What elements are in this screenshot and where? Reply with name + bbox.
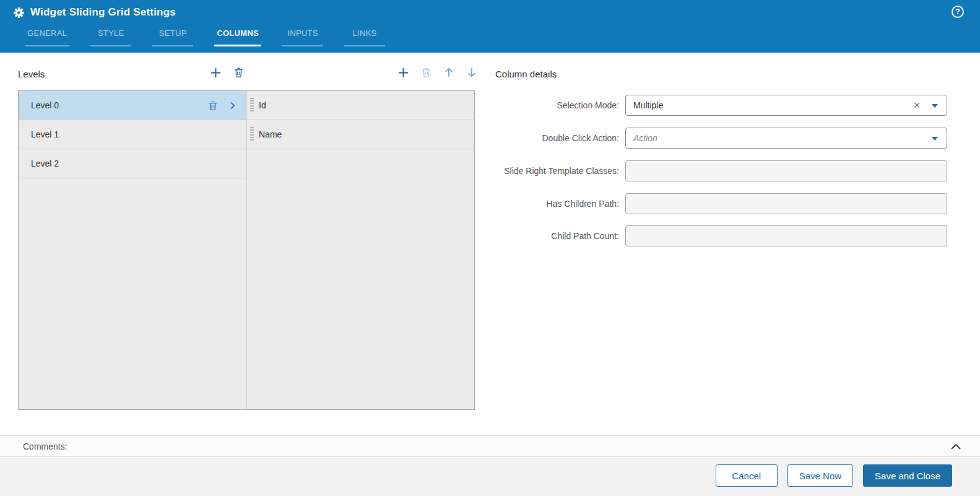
tab-bar: GENERAL STYLE SETUP COLUMNS INPUTS LINKS (25, 28, 385, 46)
selection-mode-label: Selection Mode: (495, 100, 625, 110)
drag-handle-icon[interactable] (250, 98, 254, 113)
move-down-icon[interactable] (465, 66, 479, 79)
chevron-up-icon[interactable] (950, 443, 961, 450)
level-row-1[interactable]: Level 1 (19, 120, 246, 149)
level-row-2[interactable]: Level 2 (19, 149, 246, 178)
levels-list: Level 0 Level 1 Level 2 (19, 91, 246, 409)
slide-right-template-classes-field (625, 160, 947, 181)
has-children-path-input[interactable] (626, 194, 947, 214)
has-children-path-field (625, 193, 947, 214)
column-details-heading: Column details (495, 69, 557, 79)
move-up-icon[interactable] (442, 66, 456, 79)
child-path-count-field (625, 225, 947, 246)
help-icon[interactable]: ? (952, 6, 964, 18)
child-path-count-input[interactable] (626, 226, 947, 246)
selection-mode-value: Multiple (626, 100, 663, 110)
level-row-0[interactable]: Level 0 (19, 91, 246, 120)
add-level-icon[interactable] (209, 66, 222, 79)
drag-handle-icon[interactable] (250, 127, 254, 142)
delete-column-icon[interactable] (419, 66, 433, 79)
tab-columns[interactable]: COLUMNS (214, 28, 261, 46)
page-title: Widget Sliding Grid Settings (30, 6, 176, 19)
lists-panel: Level 0 Level 1 Level 2 (18, 90, 475, 410)
double-click-action-placeholder: Action (626, 133, 657, 143)
slide-right-template-classes-label: Slide Right Template Classes: (495, 166, 625, 176)
form-row-selection-mode: Selection Mode: Multiple ✕ (495, 95, 953, 116)
chevron-right-icon[interactable] (228, 101, 237, 110)
selection-mode-dropdown[interactable]: Multiple ✕ (625, 95, 947, 116)
tab-links[interactable]: LINKS (344, 28, 385, 46)
column-row-id[interactable]: Id (246, 91, 474, 120)
level-row-actions (208, 100, 246, 111)
form-row-has-children-path: Has Children Path: (495, 193, 953, 214)
tab-general[interactable]: GENERAL (25, 28, 69, 46)
has-children-path-label: Has Children Path: (495, 199, 625, 209)
footer-bar: Cancel Save Now Save and Close (0, 458, 980, 496)
column-row-label: Id (259, 100, 266, 110)
levels-heading: Levels (18, 69, 45, 79)
form-row-slide-right-template-classes: Slide Right Template Classes: (495, 160, 953, 181)
level-row-label: Level 0 (31, 100, 59, 110)
levels-toolbar (209, 66, 245, 79)
gear-icon (14, 7, 24, 18)
tab-setup[interactable]: SETUP (152, 28, 193, 46)
columns-toolbar (396, 66, 479, 79)
save-now-button[interactable]: Save Now (787, 464, 853, 487)
column-row-label: Name (259, 129, 282, 139)
form-row-double-click-action: Double Click Action: Action (495, 128, 953, 149)
form-row-child-path-count: Child Path Count: (495, 225, 953, 246)
comments-label: Comments: (23, 442, 67, 451)
cancel-button[interactable]: Cancel (716, 464, 778, 487)
columns-list: Id Name (246, 91, 474, 409)
dropdown-arrow-icon[interactable] (932, 137, 938, 141)
title-row: Widget Sliding Grid Settings (14, 6, 176, 19)
clear-icon[interactable]: ✕ (913, 100, 921, 110)
level-row-label: Level 1 (31, 129, 59, 139)
column-row-name[interactable]: Name (246, 120, 474, 149)
add-column-icon[interactable] (396, 66, 410, 79)
tab-style[interactable]: STYLE (90, 28, 131, 46)
dialog-header: Widget Sliding Grid Settings ? GENERAL S… (0, 0, 980, 53)
dropdown-arrow-icon[interactable] (932, 104, 938, 108)
delete-level-icon[interactable] (232, 66, 245, 79)
row-delete-icon[interactable] (208, 100, 218, 111)
save-and-close-button[interactable]: Save and Close (863, 464, 952, 487)
double-click-action-label: Double Click Action: (495, 133, 625, 143)
comments-bar: Comments: (0, 435, 980, 457)
slide-right-template-classes-input[interactable] (626, 161, 947, 181)
level-row-label: Level 2 (31, 159, 59, 168)
double-click-action-dropdown[interactable]: Action (625, 128, 947, 149)
tab-inputs[interactable]: INPUTS (282, 28, 323, 46)
child-path-count-label: Child Path Count: (495, 231, 625, 241)
